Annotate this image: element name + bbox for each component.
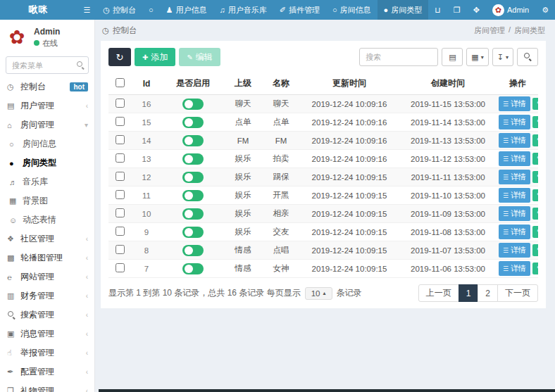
nav-item-fullscreen[interactable]: ✥ — [467, 0, 486, 20]
add-button[interactable]: ✚ 添加 — [135, 48, 175, 66]
row-checkbox[interactable] — [116, 190, 125, 199]
refresh-button[interactable]: ↻ — [108, 48, 131, 66]
export-button[interactable]: ↧▾ — [492, 48, 513, 66]
row-edit-button[interactable]: ✎ — [532, 116, 538, 128]
toggle-view-button[interactable]: ▤ — [442, 48, 463, 66]
select-all-checkbox[interactable] — [116, 78, 125, 87]
sidebar-item-user-mgmt[interactable]: ▤用户管理‹ — [0, 96, 94, 115]
table-search-input[interactable] — [359, 48, 438, 66]
row-edit-button[interactable]: ✎ — [532, 226, 538, 238]
nav-item-console[interactable]: ◷控制台 — [96, 0, 142, 20]
sidebar-item-report-mgmt[interactable]: ☝举报管理‹ — [0, 343, 94, 362]
nav-item-copy[interactable]: ❐ — [447, 0, 467, 20]
sidebar-item-music-lib[interactable]: ♬音乐库 — [0, 172, 94, 191]
enable-toggle[interactable] — [182, 135, 204, 146]
sidebar-item-config-mgmt[interactable]: ✒配置管理‹ — [0, 362, 94, 381]
nav-item-sidebar-toggle[interactable]: ☰ — [77, 0, 96, 20]
nav-item-admin[interactable]: ✿ Admin — [486, 0, 535, 20]
row-edit-button[interactable]: ✎ — [532, 98, 538, 110]
enable-toggle[interactable] — [182, 245, 204, 256]
enable-toggle[interactable] — [182, 172, 204, 183]
sidebar-item-label: 控制台 — [20, 81, 70, 93]
nav-item-room-info[interactable]: ○房间信息 — [326, 0, 378, 20]
columns-button[interactable]: ▦▾ — [466, 48, 488, 66]
detail-button[interactable]: ☰详情 — [499, 133, 530, 148]
detail-button[interactable]: ☰详情 — [499, 261, 530, 276]
enable-toggle[interactable] — [182, 190, 204, 201]
row-select-cell — [108, 260, 131, 278]
page-button-2[interactable]: 2 — [478, 284, 498, 302]
row-parent: FM — [224, 132, 262, 150]
detail-button[interactable]: ☰详情 — [499, 206, 530, 221]
prev-page-button[interactable]: 上一页 — [418, 284, 459, 302]
sidebar-item-emoji[interactable]: ☺动态表情 — [0, 210, 94, 229]
brand-logo[interactable]: 啾咪 — [0, 0, 77, 20]
sidebar-item-message-mgmt[interactable]: ▣消息管理‹ — [0, 324, 94, 343]
bottom-scrollbar[interactable] — [99, 389, 555, 392]
row-checkbox[interactable] — [116, 172, 125, 181]
row-edit-button[interactable]: ✎ — [532, 153, 538, 165]
detail-button-label: 详情 — [511, 99, 526, 109]
row-edit-button[interactable]: ✎ — [532, 244, 538, 256]
row-checkbox[interactable] — [116, 135, 125, 144]
page-button-1[interactable]: 1 — [459, 284, 479, 302]
sidebar-item-background[interactable]: ▦背景图 — [0, 191, 94, 210]
detail-button[interactable]: ☰详情 — [499, 170, 530, 184]
sidebar-item-room-info[interactable]: ○房间信息 — [0, 134, 94, 153]
enable-toggle[interactable] — [182, 99, 204, 110]
pencil-icon: ✎ — [537, 246, 538, 254]
enable-toggle[interactable] — [182, 208, 204, 220]
enable-toggle[interactable] — [182, 227, 204, 238]
nav-item-user-info[interactable]: ♟用户信息 — [160, 0, 213, 20]
row-checkbox[interactable] — [116, 117, 125, 126]
row-checkbox[interactable] — [116, 245, 125, 254]
enable-toggle[interactable] — [182, 117, 204, 128]
sidebar: ✿ Admin 在线 ◷控制台hot▤用户管理‹⌂房间管理▾○房间信息●房间类型… — [0, 20, 95, 392]
page-buttons: 上一页 12 下一页 — [418, 284, 538, 302]
sidebar-item-search-mgmt[interactable]: 搜索管理‹ — [0, 305, 94, 324]
sidebar-item-finance-mgmt[interactable]: ▥财务管理‹ — [0, 286, 94, 305]
sidebar-item-console[interactable]: ◷控制台hot — [0, 77, 94, 96]
nav-item-trash[interactable]: ⊔ — [428, 0, 447, 20]
breadcrumb-home[interactable]: ◷ 控制台 — [102, 25, 137, 36]
enable-toggle[interactable] — [182, 153, 204, 165]
row-name: 女神 — [262, 260, 300, 278]
nav-item-user-music[interactable]: ♫用户音乐库 — [213, 0, 273, 20]
row-checkbox[interactable] — [116, 263, 125, 272]
row-updated: 2019-12-24 10:09:16 — [300, 113, 399, 132]
row-edit-button[interactable]: ✎ — [532, 263, 538, 274]
enable-toggle[interactable] — [182, 263, 204, 274]
detail-button[interactable]: ☰详情 — [499, 96, 530, 111]
nav-item-settings[interactable]: ⚙ — [535, 0, 555, 20]
nav-item-room-type[interactable]: ●房间类型 — [378, 0, 429, 20]
detail-button[interactable]: ☰详情 — [499, 151, 530, 166]
fullscreen-icon: ✥ — [473, 6, 480, 14]
row-edit-button[interactable]: ✎ — [532, 208, 538, 220]
edit-button[interactable]: ✎ 编辑 — [179, 48, 220, 66]
sidebar-item-room-mgmt[interactable]: ⌂房间管理▾ — [0, 115, 94, 134]
search-toggle-button[interactable] — [517, 48, 538, 66]
community-icon: ❖ — [7, 234, 20, 244]
row-checkbox[interactable] — [116, 208, 125, 217]
detail-button[interactable]: ☰详情 — [499, 225, 530, 239]
detail-button[interactable]: ☰详情 — [499, 115, 530, 129]
row-checkbox[interactable] — [116, 153, 125, 163]
sidebar-item-room-type[interactable]: ●房间类型 — [0, 153, 94, 172]
nav-item-status[interactable]: ○ — [142, 0, 160, 20]
detail-button[interactable]: ☰详情 — [499, 243, 530, 258]
nav-item-plugin[interactable]: ✐插件管理 — [273, 0, 326, 20]
row-checkbox[interactable] — [116, 227, 125, 236]
page-size-dropdown[interactable]: 10 ▴ — [305, 287, 332, 300]
admin-username: Admin — [507, 6, 529, 14]
next-page-button[interactable]: 下一页 — [497, 284, 538, 302]
detail-button[interactable]: ☰详情 — [499, 188, 530, 203]
breadcrumb-item[interactable]: 房间管理 — [474, 25, 505, 36]
sidebar-item-carousel-mgmt[interactable]: ▩轮播图管理‹ — [0, 248, 94, 267]
sidebar-item-community-mgmt[interactable]: ❖社区管理‹ — [0, 229, 94, 248]
row-checkbox[interactable] — [116, 99, 125, 108]
row-edit-button[interactable]: ✎ — [532, 171, 538, 183]
row-edit-button[interactable]: ✎ — [532, 189, 538, 201]
sidebar-item-website-mgmt[interactable]: ℮网站管理‹ — [0, 267, 94, 286]
sidebar-item-gift-mgmt[interactable]: ❒礼物管理‹ — [0, 381, 94, 392]
row-edit-button[interactable]: ✎ — [532, 134, 538, 146]
